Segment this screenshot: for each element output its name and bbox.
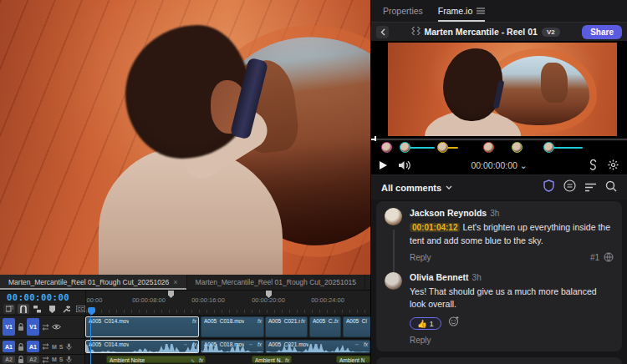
avatar[interactable] (385, 208, 402, 225)
track-target-badge[interactable]: A2 (3, 356, 15, 362)
ruler-time-label: 00:00:16:00 (191, 296, 225, 304)
close-tab-icon[interactable]: × (173, 278, 177, 286)
track-target-badge[interactable]: V1 (3, 318, 15, 335)
panel-tab-properties[interactable]: Properties (383, 0, 423, 22)
comment-card[interactable]: Ethan Mitchell1dThis take is looking muc… (376, 357, 622, 364)
reply-button[interactable]: Reply (410, 253, 431, 262)
loop-scrub-icon[interactable] (589, 159, 598, 170)
timeline-clip[interactable]: A005_C018.mov↔fx (201, 340, 264, 353)
timeline-clip[interactable]: A005_C018.movfx (201, 316, 264, 337)
svg-text:CC: CC (77, 306, 84, 311)
search-icon[interactable] (605, 180, 617, 195)
comment-marker-range (553, 147, 583, 149)
play-button[interactable] (380, 161, 387, 169)
timeline-clip[interactable]: A005_C021.movfx (265, 316, 308, 337)
track-target-badge[interactable]: A1 (3, 341, 15, 352)
asset-header: Marten Mercantile - Reel 01 V2 Share (371, 23, 627, 41)
lock-icon[interactable] (18, 356, 24, 363)
sequence-tab-bar: Marten_Mercantile_Reel 01_Rough Cut_2025… (0, 275, 370, 291)
timeline-toolbar: CC (3, 304, 86, 314)
timeline-playhead-line[interactable] (90, 316, 91, 364)
mute-button[interactable]: M (52, 344, 57, 350)
reaction-chip[interactable]: 👍 1 (410, 317, 441, 330)
track-target-badge[interactable]: A1 (27, 341, 39, 352)
version-badge[interactable]: V2 (542, 28, 560, 37)
timeline-clip[interactable]: A005_C00 (343, 316, 370, 337)
clip-label: A005_C018.mov (204, 318, 244, 324)
sequence-tab[interactable]: Marten_Mercantile_Reel 01_Rough Cut_2025… (0, 275, 187, 290)
timeline-clip[interactable]: A005_C...fx (309, 316, 341, 337)
playhead-handle[interactable] (88, 307, 95, 315)
program-monitor-video[interactable] (0, 0, 370, 275)
sort-icon[interactable] (585, 180, 596, 195)
timeline-clip[interactable]: A005_C021.mov↔fx (265, 340, 370, 353)
sequence-tab[interactable]: Marten_Mercantile_Reel 01_Rough Cut_2025… (187, 275, 365, 290)
mute-button[interactable]: M (52, 356, 57, 362)
ruler-time-label: 00:00 (87, 296, 103, 304)
share-button[interactable]: Share (582, 25, 622, 39)
vignette (0, 0, 370, 275)
timeline-clip[interactable]: A005_C014.movfx (85, 316, 199, 337)
sync-lock-icon[interactable] (42, 343, 49, 350)
globe-icon[interactable] (604, 252, 614, 264)
volume-icon[interactable] (399, 160, 410, 170)
panel-tab-frameio[interactable]: Frame.io (438, 0, 485, 22)
lock-icon[interactable] (18, 343, 24, 351)
comment-main: Jackson Reynolds3h00:01:04:12Let's brigh… (410, 208, 614, 264)
comment-marker-avatar[interactable] (483, 142, 494, 153)
lock-icon[interactable] (18, 323, 24, 331)
comment-marker-avatar[interactable] (512, 142, 522, 153)
comment-marker-avatar[interactable] (437, 142, 448, 153)
player-preview[interactable] (371, 41, 627, 138)
clip-label: A005_C021.mov (268, 318, 300, 324)
ambient-clip[interactable]: Ambient Noise (336, 356, 370, 363)
timeline-timecode[interactable]: 00:00:00:00 (7, 292, 69, 302)
add-reaction-icon[interactable] (448, 316, 460, 331)
panel-menu-icon[interactable] (477, 6, 485, 16)
clip-fx-badge: fx (301, 318, 305, 324)
ambient-clip[interactable]: Ambient Noise∿fx (106, 356, 206, 363)
clip-fx-badge: fx (334, 318, 339, 324)
timeline-ruler[interactable]: 00:0000:00:08:0000:00:16:0000:00:20:0000… (85, 291, 370, 315)
avatar[interactable] (385, 272, 402, 290)
back-button[interactable] (376, 26, 389, 38)
sequence-marker-icon[interactable] (168, 291, 174, 298)
add-marker-icon[interactable] (46, 304, 58, 314)
track-row-a2: A2A2MSAmbient Noise∿fxAmbient N..∿fxAmbi… (0, 355, 370, 364)
clip-fx-badge: fx (192, 318, 196, 324)
timeline-tracks: V1V1A005_C014.movfxA005_C018.movfxA005_C… (0, 316, 370, 364)
track-clips-a2: Ambient Noise∿fxAmbient N..∿fxAmbient No… (85, 355, 370, 364)
sync-lock-icon[interactable] (42, 324, 49, 331)
comment-marker-avatar[interactable] (381, 142, 392, 153)
reply-button[interactable]: Reply (410, 336, 431, 345)
comment-marker-avatar[interactable] (543, 142, 554, 153)
clip-label: A005_C00 (346, 318, 367, 324)
settings-gear-icon[interactable] (608, 159, 619, 170)
mic-icon[interactable] (66, 356, 72, 363)
track-visibility-eye-icon[interactable] (52, 324, 61, 330)
frameio-logo-icon (411, 24, 421, 39)
annotations-icon[interactable] (563, 179, 576, 195)
comment-card[interactable]: Jackson Reynolds3h00:01:04:12Let's brigh… (376, 201, 622, 351)
clip-channel-icon: ∿ (277, 357, 281, 363)
solo-button[interactable]: S (59, 344, 64, 350)
track-target-badge[interactable]: V1 (27, 318, 39, 335)
asset-title-group[interactable]: Marten Mercantile - Reel 01 V2 (394, 24, 577, 39)
mic-icon[interactable] (66, 343, 72, 351)
shield-icon[interactable] (543, 179, 554, 195)
sync-lock-icon[interactable] (42, 356, 49, 363)
solo-button[interactable]: S (59, 356, 64, 362)
timeline-settings-wrench-icon[interactable] (60, 304, 72, 314)
comment-author: Olivia Bennett3h (410, 272, 614, 282)
timeline-clip[interactable]: A005_C014.mov↔fx (85, 340, 199, 353)
comment-marker-avatar[interactable] (400, 142, 410, 153)
ambient-clip[interactable]: Ambient N..∿fx (252, 356, 292, 363)
comment-timestamp-chip[interactable]: 00:01:04:12 (410, 223, 460, 232)
track-target-badge[interactable]: A2 (27, 356, 39, 362)
comments-header: All comments (371, 175, 627, 200)
snap-magnet-icon[interactable] (18, 304, 29, 314)
captions-icon[interactable]: CC (74, 304, 86, 314)
nest-sequence-icon[interactable] (3, 304, 15, 314)
comments-filter-dropdown[interactable]: All comments (381, 183, 452, 193)
linked-selection-icon[interactable] (32, 304, 43, 314)
